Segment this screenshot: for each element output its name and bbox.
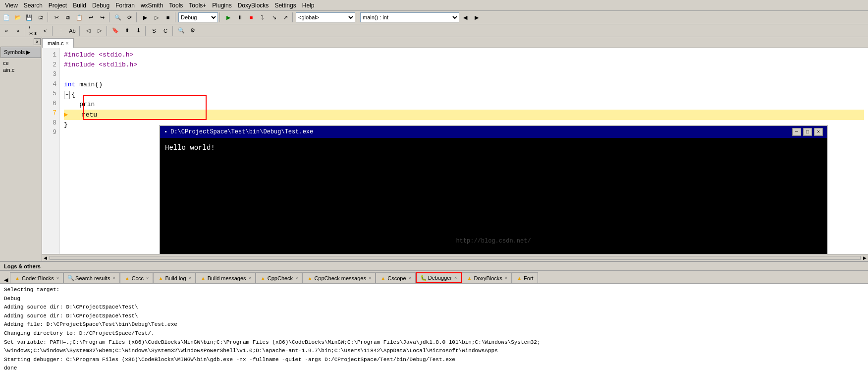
tb-sep-2	[109, 12, 111, 22]
tb-bookmarks[interactable]: 🔖	[110, 25, 121, 36]
tb-step-next[interactable]: ⤵	[257, 12, 268, 23]
tb-format[interactable]: Ab	[67, 25, 78, 36]
menu-help[interactable]: Help	[299, 1, 318, 10]
menu-fortran[interactable]: Fortran	[112, 1, 138, 10]
tab-close-cccc[interactable]: ×	[146, 276, 149, 281]
console-minimize-btn[interactable]: ─	[792, 128, 801, 136]
tab-doxyblocks[interactable]: ▲ DoxyBlocks ×	[462, 272, 512, 283]
main-area: × Symbols ▶ ce ain.c main.c × 1 2 3 4 5 …	[0, 37, 868, 261]
tab-close-codeblocks[interactable]: ×	[56, 276, 59, 281]
tab-close-debugger[interactable]: ×	[454, 275, 457, 280]
tab-search-results[interactable]: 🔍 Search results ×	[63, 272, 120, 283]
menu-project[interactable]: Project	[46, 1, 70, 10]
console-icon: ▪	[164, 127, 167, 136]
tb-save[interactable]: 💾	[24, 12, 35, 23]
tb-func-nav-right[interactable]: ▶	[471, 12, 482, 23]
tb-new[interactable]: 📄	[1, 12, 12, 23]
tab-build-log[interactable]: ▲ Build log ×	[153, 272, 195, 283]
tb-cut[interactable]: ✂	[51, 12, 62, 23]
tab-build-messages[interactable]: ▲ Build messages ×	[196, 272, 256, 283]
sidebar-symbols-tab[interactable]: Symbols ▶	[0, 47, 41, 58]
tab-cscope[interactable]: ▲ Cscope ×	[376, 272, 416, 283]
menu-build[interactable]: Build	[70, 1, 89, 10]
hscroll-right[interactable]: ▶	[862, 255, 868, 260]
menu-doxyblocks[interactable]: DoxyBlocks	[235, 1, 272, 10]
console-output: Hello world!	[165, 143, 822, 153]
tab-fort[interactable]: ▲ Fort	[512, 272, 538, 283]
func-combo[interactable]: main() : int	[360, 12, 459, 22]
tab-close-cppcheck-msg[interactable]: ×	[369, 276, 371, 281]
tb-debug-run[interactable]: ▶	[223, 12, 234, 23]
tb-zoom-in[interactable]: S	[149, 25, 160, 36]
tab-debugger[interactable]: 🐛 Debugger ×	[416, 272, 462, 283]
tab-cccc[interactable]: ▲ Cccc ×	[120, 272, 154, 283]
sidebar-item-main[interactable]: ain.c	[1, 66, 41, 73]
tab-label-debugger: Debugger	[428, 275, 452, 281]
tab-icon-search: 🔍	[68, 275, 74, 281]
tab-close-doxyblocks[interactable]: ×	[505, 276, 507, 281]
tb-comment[interactable]: /∗∗	[28, 25, 39, 36]
editor-tab-close[interactable]: ×	[65, 41, 68, 46]
menu-debug[interactable]: Debug	[89, 1, 112, 10]
tb-settings-btn[interactable]: ⚙	[187, 25, 198, 36]
tb-open[interactable]: 📂	[12, 12, 23, 23]
tb-copy[interactable]: ⧉	[62, 12, 73, 23]
console-close-btn[interactable]: ×	[814, 128, 823, 136]
tb-debug-stop[interactable]: ■	[246, 12, 257, 23]
tb-step-out[interactable]: ↗	[280, 12, 291, 23]
tb-bm-prev[interactable]: ⬆	[121, 25, 132, 36]
tb-nav-forward[interactable]: ▷	[94, 25, 105, 36]
tb-align[interactable]: ≡	[55, 25, 66, 36]
menu-search[interactable]: Search	[21, 1, 46, 10]
console-window[interactable]: ▪ D:\CProjectSpace\Test\bin\Debug\Test.e…	[159, 125, 828, 254]
tab-codeblocks[interactable]: ▲ Code::Blocks ×	[10, 272, 63, 283]
tab-icon-cscope: ▲	[380, 275, 386, 281]
menu-view[interactable]: View	[2, 1, 21, 10]
sidebar-item-ce[interactable]: ce	[1, 60, 41, 66]
tb-redo[interactable]: ↪	[97, 12, 108, 23]
tb-save-all[interactable]: 🗂	[35, 12, 46, 23]
tb-find[interactable]: 🔍	[112, 12, 123, 23]
tb-stop[interactable]: ■	[163, 12, 173, 23]
tb-debug-pause[interactable]: ⏸	[234, 12, 245, 23]
tab-scroll-left[interactable]: ◀	[2, 277, 10, 283]
menu-toolsplus[interactable]: Tools+	[186, 1, 209, 10]
hscroll-track[interactable]	[50, 256, 861, 260]
code-editor[interactable]: #include <stdio.h> #include <stdlib.h> i…	[60, 48, 868, 254]
menu-tools[interactable]: Tools	[166, 1, 186, 10]
editor-hscrollbar[interactable]: ◀ ▶	[42, 254, 868, 261]
tb-search-btn[interactable]: 🔍	[176, 25, 187, 36]
console-restore-btn[interactable]: □	[803, 128, 812, 136]
tb-bm-next[interactable]: ⬇	[133, 25, 144, 36]
tab-close-buildlog[interactable]: ×	[189, 276, 191, 281]
tab-cppcheck[interactable]: ▲ CppCheck ×	[256, 272, 303, 283]
tb-build[interactable]: ▶	[140, 12, 151, 23]
tab-close-cscope[interactable]: ×	[409, 276, 411, 281]
tb-r2[interactable]: »	[12, 25, 23, 36]
tab-cppcheck-messages[interactable]: ▲ CppCheck messages ×	[302, 272, 376, 283]
line-num-8: 8	[45, 118, 56, 128]
tb-run[interactable]: ▷	[151, 12, 162, 23]
tab-close-buildmsg[interactable]: ×	[249, 276, 251, 281]
editor-tab-mainc[interactable]: main.c ×	[42, 38, 74, 48]
global-combo[interactable]: <global>	[296, 12, 355, 22]
tb-sep-5	[219, 12, 221, 22]
menu-wxsmith[interactable]: wxSmith	[138, 1, 166, 10]
tb-replace[interactable]: ⟳	[124, 12, 135, 23]
menu-settings[interactable]: Settings	[271, 1, 299, 10]
tb-undo[interactable]: ↩	[85, 12, 96, 23]
tb-step-in[interactable]: ↘	[269, 12, 279, 23]
menu-plugins[interactable]: Plugins	[209, 1, 234, 10]
tb-nav-back[interactable]: ◁	[83, 25, 94, 36]
tb-uncomment[interactable]: <	[40, 25, 51, 36]
line-numbers: 1 2 3 4 5 6 7 8 9	[42, 48, 60, 254]
tb-func-nav-left[interactable]: ◀	[460, 12, 471, 23]
tb-paste[interactable]: 📋	[74, 12, 85, 23]
tab-close-search[interactable]: ×	[112, 276, 115, 281]
hscroll-left[interactable]: ◀	[42, 255, 49, 260]
debug-combo[interactable]: Debug	[178, 12, 218, 22]
tb-r1[interactable]: «	[1, 25, 12, 36]
tab-close-cppcheck[interactable]: ×	[295, 276, 298, 281]
sidebar-close-button[interactable]: ×	[34, 38, 41, 45]
tb-zoom-out[interactable]: C	[160, 25, 171, 36]
